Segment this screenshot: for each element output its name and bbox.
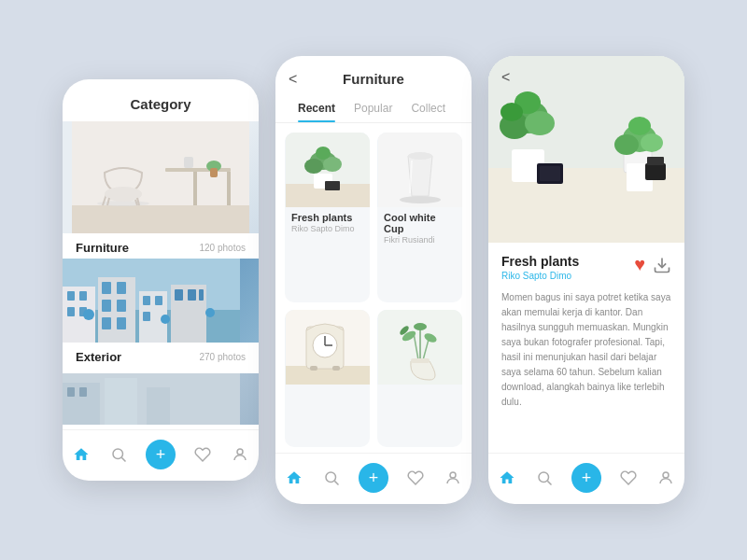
card-clock[interactable] (285, 310, 370, 448)
svg-rect-29 (143, 296, 150, 305)
add-nav-button-3[interactable]: + (571, 463, 601, 493)
phones-container: Category (63, 56, 684, 504)
heart-nav-icon[interactable] (192, 444, 213, 465)
user-nav-icon-3[interactable] (655, 468, 676, 488)
bottom-nav-2: + (275, 453, 472, 504)
back-button[interactable]: < (289, 71, 297, 88)
svg-rect-66 (310, 366, 317, 371)
svg-rect-1 (72, 121, 249, 205)
home-nav-icon-3[interactable] (497, 468, 517, 488)
tab-collect[interactable]: Collect (402, 96, 455, 122)
svg-rect-89 (540, 166, 560, 181)
svg-rect-5 (184, 157, 193, 168)
svg-rect-25 (117, 300, 126, 312)
svg-rect-22 (102, 282, 111, 294)
heart-nav-icon-2[interactable] (405, 468, 426, 488)
svg-point-53 (304, 159, 323, 174)
svg-point-48 (237, 449, 243, 455)
furniture-label: Furniture (76, 241, 129, 255)
detail-title-row: Fresh plants Riko Sapto Dimo ♥ (501, 254, 671, 281)
furniture-count: 120 photos (200, 243, 247, 253)
svg-rect-56 (325, 181, 340, 190)
phone-detail: < (488, 56, 684, 504)
svg-rect-3 (193, 172, 197, 205)
svg-rect-76 (411, 358, 430, 363)
furniture-title: Furniture (343, 71, 404, 87)
home-nav-icon-2[interactable] (284, 468, 304, 488)
card-fresh-plants[interactable]: Fresh plants Riko Sapto Dimo (285, 133, 370, 302)
card-vase-info (377, 385, 462, 396)
detail-back-button[interactable]: < (501, 69, 510, 86)
card-fresh-plants-image (285, 133, 370, 207)
card-white-cup[interactable]: Cool white Cup Fikri Rusiandi (377, 133, 462, 302)
svg-point-37 (161, 315, 170, 324)
detail-description: Momen bagus ini saya potret ketika saya … (501, 290, 671, 410)
card-vase[interactable] (377, 310, 462, 448)
add-nav-button[interactable]: + (146, 440, 176, 469)
card-clock-image (285, 310, 370, 385)
svg-point-11 (105, 187, 142, 202)
detail-actions: ♥ (634, 254, 671, 275)
user-nav-icon-2[interactable] (443, 468, 463, 488)
tabs-row: Recent Popular Collect (275, 87, 472, 123)
download-button[interactable] (653, 256, 671, 274)
exterior-label: Exterior (76, 350, 121, 364)
svg-rect-26 (102, 317, 111, 329)
add-nav-button-2[interactable]: + (359, 463, 388, 493)
phone-category: Category (63, 79, 259, 481)
detail-name: Fresh plants (501, 254, 579, 269)
category-title: Category (63, 79, 259, 121)
svg-point-73 (414, 323, 427, 330)
user-nav-icon[interactable] (230, 444, 250, 465)
heart-nav-icon-3[interactable] (618, 468, 639, 488)
svg-point-55 (316, 147, 331, 160)
home-nav-icon[interactable] (71, 444, 92, 465)
svg-point-38 (205, 308, 215, 317)
card-fresh-plants-info: Fresh plants Riko Sapto Dimo (285, 207, 370, 239)
svg-point-100 (539, 472, 549, 483)
svg-rect-17 (67, 291, 75, 301)
svg-rect-0 (72, 205, 249, 233)
svg-point-79 (450, 472, 456, 478)
detail-body: Fresh plants Riko Sapto Dimo ♥ Momen bag… (488, 243, 684, 417)
card-white-cup-image (377, 133, 462, 207)
svg-line-47 (121, 457, 125, 461)
svg-rect-35 (199, 289, 204, 301)
svg-point-36 (83, 309, 94, 320)
exterior-label-row: Exterior 270 photos (63, 343, 259, 368)
partial-hero-image (63, 373, 259, 425)
furniture-hero-image (63, 121, 259, 233)
search-nav-icon[interactable] (108, 444, 129, 465)
heart-button[interactable]: ♥ (634, 254, 645, 275)
svg-point-87 (500, 103, 523, 121)
svg-line-78 (334, 481, 338, 484)
svg-rect-4 (227, 172, 231, 205)
svg-point-102 (663, 472, 669, 478)
card-white-cup-name: Cool white Cup (384, 212, 456, 234)
tab-recent[interactable]: Recent (289, 96, 345, 122)
svg-rect-18 (79, 291, 87, 301)
svg-rect-97 (645, 163, 666, 180)
svg-rect-98 (647, 157, 664, 165)
furniture-label-row: Furniture 120 photos (63, 233, 259, 259)
svg-rect-23 (117, 282, 126, 294)
svg-rect-34 (188, 289, 196, 301)
svg-line-101 (547, 481, 551, 484)
svg-point-85 (525, 111, 555, 135)
svg-point-77 (326, 472, 336, 483)
bottom-nav-3: + (488, 453, 684, 504)
svg-rect-27 (117, 317, 126, 329)
svg-rect-30 (155, 296, 162, 305)
svg-rect-24 (102, 300, 111, 312)
svg-rect-19 (67, 307, 75, 316)
exterior-count: 270 photos (200, 352, 247, 362)
phone-furniture: < Furniture Recent Popular Collect (275, 56, 472, 504)
bottom-nav: + (63, 429, 259, 481)
svg-rect-33 (175, 289, 183, 301)
tab-popular[interactable]: Popular (345, 96, 402, 122)
search-nav-icon-2[interactable] (321, 468, 342, 488)
search-nav-icon-3[interactable] (534, 468, 555, 488)
card-white-cup-info: Cool white Cup Fikri Rusiandi (377, 207, 462, 250)
card-clock-info (285, 385, 370, 396)
svg-point-95 (641, 133, 663, 152)
